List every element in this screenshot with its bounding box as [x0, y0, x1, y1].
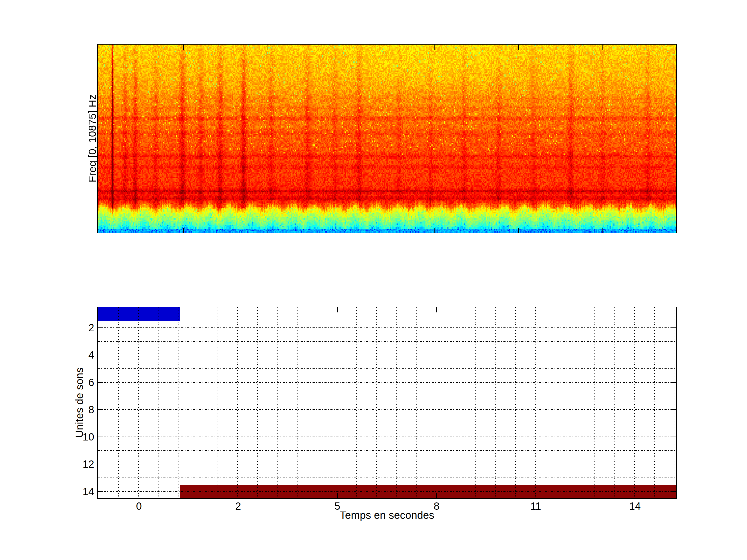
y-tick-label: 4: [58, 349, 94, 361]
vertical-gridline: [297, 307, 298, 498]
horizontal-gridline: [98, 478, 676, 478]
time-axis-label: Temps en secondes: [283, 509, 491, 521]
y-tick-label: 2: [58, 321, 94, 334]
vertical-gridline: [495, 307, 496, 498]
activation-y-tick-mark: [671, 491, 676, 492]
vertical-gridline: [337, 307, 337, 498]
horizontal-gridline: [98, 464, 676, 464]
figure-background: Freq [0, 10875] Hz Unites de sons Temps …: [0, 0, 747, 560]
vertical-gridline: [317, 307, 317, 498]
x-tick-label: 14: [629, 500, 641, 512]
x-tick-label: 0: [136, 500, 141, 512]
spectrogram-x-tick-mark: [183, 228, 184, 233]
activation-x-tick-mark: [337, 493, 338, 498]
activation-y-tick-mark: [671, 436, 676, 437]
vertical-gridline: [376, 307, 377, 498]
vertical-gridline: [654, 307, 655, 498]
spectrogram-plot: [97, 44, 677, 233]
y-tick-label: 6: [58, 376, 94, 389]
spectrogram-y-tick-mark: [98, 193, 103, 193]
activation-x-tick-mark: [536, 307, 536, 313]
vertical-gridline: [634, 307, 635, 498]
spectrogram-x-tick-mark: [267, 45, 267, 50]
horizontal-gridline: [98, 355, 676, 355]
activation-y-tick-mark: [98, 464, 103, 464]
y-tick-label: 14: [58, 485, 94, 498]
activation-y-tick-mark: [98, 382, 103, 383]
activation-y-tick-mark: [671, 409, 676, 410]
spectrogram-canvas: [98, 45, 676, 233]
spectrogram-x-tick-mark: [351, 228, 351, 233]
activation-y-tick-mark: [98, 409, 103, 410]
vertical-gridline: [674, 307, 674, 498]
spectrogram-x-tick-mark: [602, 228, 602, 233]
spectrogram-y-tick-mark: [98, 73, 103, 73]
vertical-gridline: [475, 307, 476, 498]
spectrogram-x-tick-mark: [267, 228, 267, 233]
horizontal-gridline: [98, 436, 676, 437]
x-tick-label: 11: [531, 500, 541, 512]
activation-x-tick-mark: [436, 493, 437, 498]
activation-y-tick-mark: [98, 491, 103, 492]
horizontal-gridline: [98, 396, 676, 396]
freq-axis-label: Freq [0, 10875] Hz: [86, 35, 98, 242]
vertical-gridline: [198, 307, 198, 498]
vertical-gridline: [237, 307, 238, 498]
x-tick-label: 8: [434, 500, 439, 512]
activation-x-tick-mark: [635, 493, 635, 498]
spectrogram-area: [98, 45, 676, 233]
activation-x-tick-mark: [238, 307, 238, 313]
spectrogram-y-tick-mark: [98, 153, 103, 153]
vertical-gridline: [416, 307, 416, 498]
activation-x-tick-mark: [139, 307, 139, 313]
activation-plot: [97, 307, 677, 499]
spectrogram-y-tick-mark: [671, 193, 676, 193]
activation-y-tick-mark: [98, 436, 103, 437]
activation-y-tick-mark: [671, 327, 676, 328]
horizontal-gridline: [98, 327, 676, 328]
activation-y-tick-mark: [671, 355, 676, 355]
x-tick-label: 5: [334, 500, 340, 512]
vertical-gridline: [217, 307, 218, 498]
vertical-gridline: [575, 307, 575, 498]
horizontal-gridline: [98, 368, 676, 369]
y-tick-label: 12: [58, 458, 94, 470]
vertical-gridline: [615, 307, 615, 498]
spectrogram-y-tick-mark: [671, 73, 676, 73]
vertical-gridline: [178, 307, 178, 498]
vertical-gridline: [555, 307, 555, 498]
activation-x-tick-mark: [536, 493, 536, 498]
y-tick-label: 8: [58, 403, 94, 416]
vertical-gridline: [356, 307, 357, 498]
spectrogram-y-tick-mark: [671, 153, 676, 153]
horizontal-gridline: [98, 409, 676, 410]
horizontal-gridline: [98, 450, 676, 451]
vertical-gridline: [515, 307, 516, 498]
horizontal-gridline: [98, 341, 676, 342]
vertical-gridline: [594, 307, 595, 498]
vertical-gridline: [396, 307, 396, 498]
spectrogram-x-tick-mark: [602, 45, 602, 50]
spectrogram-x-tick-mark: [183, 45, 184, 50]
activation-y-tick-mark: [671, 464, 676, 464]
horizontal-gridline: [98, 423, 676, 423]
activation-y-tick-mark: [98, 327, 103, 328]
activation-x-tick-mark: [238, 493, 238, 498]
vertical-gridline: [436, 307, 436, 498]
vertical-gridline: [535, 307, 536, 498]
activation-y-tick-mark: [98, 355, 103, 355]
activation-area: [98, 307, 676, 498]
spectrogram-x-tick-mark: [518, 45, 519, 50]
vertical-gridline: [456, 307, 456, 498]
horizontal-gridline: [98, 491, 676, 492]
vertical-gridline: [138, 307, 139, 498]
vertical-gridline: [277, 307, 278, 498]
vertical-gridline: [118, 307, 119, 498]
horizontal-gridline: [98, 382, 676, 383]
activation-x-tick-mark: [337, 307, 338, 313]
activation-y-tick-mark: [671, 382, 676, 383]
spectrogram-x-tick-mark: [518, 228, 519, 233]
spectrogram-y-tick-mark: [671, 113, 676, 113]
spectrogram-x-tick-mark: [434, 45, 435, 50]
activation-x-tick-mark: [139, 493, 139, 498]
